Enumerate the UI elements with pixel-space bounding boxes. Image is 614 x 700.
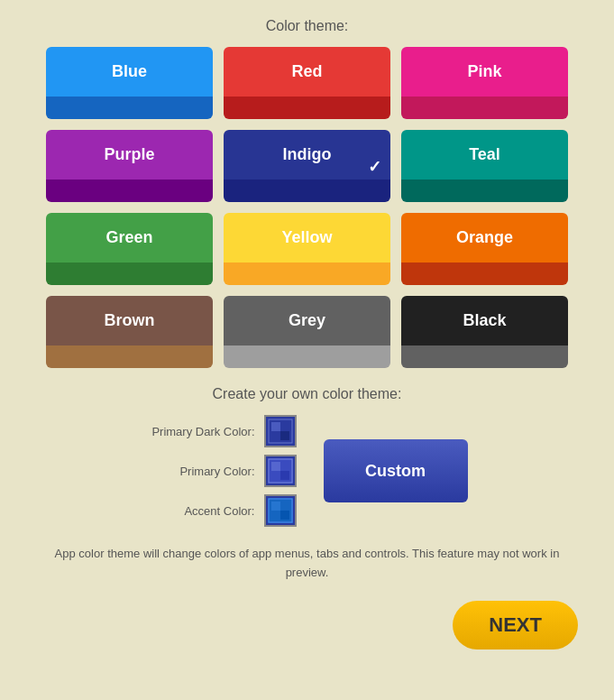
color-tile-purple[interactable]: Purple [46,130,213,202]
color-label-blue: Blue [112,62,147,81]
svg-rect-2 [271,422,280,431]
color-grid: BlueRedPinkPurpleIndigo✓TealGreenYellowO… [46,47,568,368]
next-button[interactable]: NEXT [453,601,578,649]
svg-rect-7 [280,471,289,480]
accent-color-row: Accent Color: [147,494,297,527]
color-tile-brown[interactable]: Brown [46,296,213,368]
accent-color-label: Accent Color: [147,504,255,518]
color-tile-green[interactable]: Green [46,213,213,285]
color-label-purple: Purple [104,145,154,164]
color-label-green: Green [105,228,152,247]
color-tile-yellow[interactable]: Yellow [224,213,390,285]
info-text: App color theme will change colors of ap… [46,545,569,583]
color-pickers: Primary Dark Color: Primary Color: [147,415,297,527]
color-label-pink: Pink [467,62,501,81]
primary-dark-row: Primary Dark Color: [147,415,297,447]
custom-button[interactable]: Custom [324,439,468,502]
custom-section-title: Create your own color theme: [213,386,402,402]
color-label-brown: Brown [105,311,155,330]
color-tile-teal[interactable]: Teal [401,130,568,202]
primary-dark-swatch[interactable] [264,415,297,447]
color-tile-indigo[interactable]: Indigo✓ [224,130,390,202]
svg-rect-6 [271,462,280,471]
primary-dark-label: Primary Dark Color: [147,425,255,438]
color-label-teal: Teal [469,145,500,164]
color-label-orange: Orange [456,228,513,247]
primary-color-swatch[interactable] [264,455,297,487]
primary-color-label: Primary Color: [147,465,255,478]
svg-rect-10 [271,502,280,511]
checkmark-indigo: ✓ [368,157,381,177]
accent-color-swatch[interactable] [264,494,297,527]
color-theme-title: Color theme: [266,18,349,34]
custom-section: Primary Dark Color: Primary Color: [18,415,596,527]
color-label-red: Red [291,62,322,81]
svg-rect-11 [280,511,289,520]
primary-color-row: Primary Color: [147,455,297,487]
color-tile-red[interactable]: Red [224,47,390,119]
color-label-yellow: Yellow [281,228,332,247]
color-label-black: Black [463,311,506,330]
color-tile-pink[interactable]: Pink [401,47,568,119]
color-label-indigo: Indigo [283,145,332,164]
color-tile-orange[interactable]: Orange [401,213,568,285]
color-tile-black[interactable]: Black [401,296,568,368]
color-tile-blue[interactable]: Blue [46,47,213,119]
color-tile-grey[interactable]: Grey [224,296,390,368]
svg-rect-3 [280,431,289,440]
color-label-grey: Grey [289,311,325,330]
